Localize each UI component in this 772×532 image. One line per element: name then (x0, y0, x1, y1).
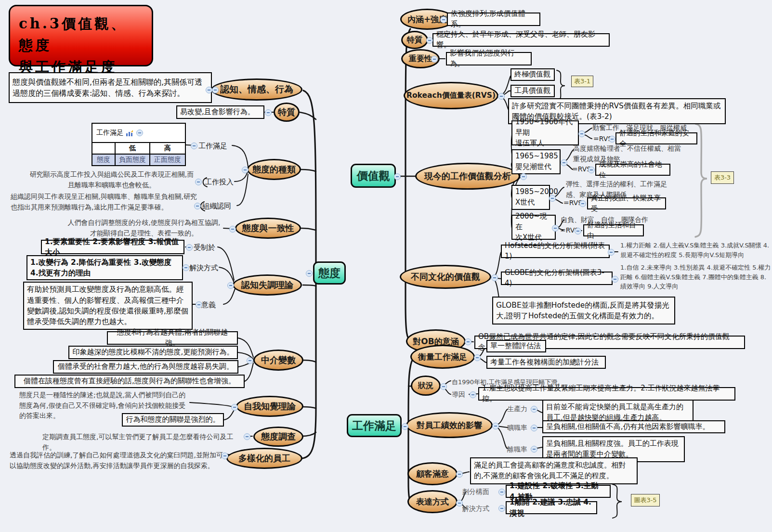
collapse-icon[interactable] (474, 354, 481, 361)
center-node-job-satisfaction[interactable]: 工作滿足 (347, 414, 402, 437)
topic-expression-methods[interactable]: 表達方式 (407, 490, 458, 513)
label-turnover[interactable]: 離職率 (507, 445, 527, 454)
mindmap-canvas: ch.3價值觀、態度 與工作滿足度 態度與價值觀雖不相同,但兩者是互相關聯的,其… (0, 0, 772, 532)
topic-self-perception[interactable]: 自我知覺理論 (236, 396, 303, 417)
collapse-icon[interactable] (531, 406, 537, 413)
collapse-icon[interactable] (136, 130, 143, 136)
label-meaning[interactable]: 意義 (201, 300, 216, 310)
job-involvement-note: 研究顯示高度工作投入與組織公民及工作表現正相關,而且離職率和曠職率也會較低。 (28, 169, 196, 190)
measure-method-2-box: 考量工作各複雜構面的加總計分法 (486, 356, 606, 369)
topic-attitude-survey[interactable]: 態度調查 (253, 427, 303, 447)
topic-rokeach-rvs[interactable]: Rokeach價值量表(RVS) (404, 82, 498, 109)
collapse-icon[interactable] (265, 109, 272, 116)
collapse-icon[interactable] (491, 274, 498, 281)
collapse-icon[interactable] (183, 264, 189, 271)
label-dimensions[interactable]: 劃分構面 (462, 488, 489, 496)
collapse-icon[interactable] (588, 167, 595, 173)
collapse-icon[interactable] (196, 301, 202, 308)
collapse-icon[interactable] (394, 173, 401, 180)
collapse-icon[interactable] (431, 56, 438, 63)
topic-values-trait[interactable]: 特質 (401, 31, 428, 49)
dissonance-solution-box: 1.改變行為 2.降低行為重要性 3.改變態度 4.找更有力的理由 (26, 255, 183, 280)
label-org-commitment[interactable]: 組織認同 (202, 202, 231, 211)
bar-chart-icon (126, 130, 133, 136)
collapse-icon[interactable] (440, 16, 447, 23)
collapse-icon[interactable] (579, 200, 586, 207)
expression-solutions-box: 1離開 2.建議 3.忠誠 4.漠視 (506, 501, 597, 514)
collapse-icon[interactable] (244, 433, 250, 440)
collapse-icon[interactable] (608, 249, 615, 256)
collapse-icon[interactable] (195, 179, 202, 185)
topic-attitude-trait[interactable]: 特質 (274, 103, 300, 122)
generation-1-period-box: 1950~1960年代早期 退伍軍人 (511, 120, 579, 145)
label-job-involvement[interactable]: 工作投入 (205, 178, 234, 187)
hofstede-box: Hofstede的文化分析架構(附表1) (501, 245, 610, 258)
collapse-icon[interactable] (456, 471, 463, 478)
label-productivity[interactable]: 生產力 (507, 405, 527, 414)
collapse-icon[interactable] (227, 282, 234, 289)
generation-3-period-box: 1985~2000 X世代 (511, 185, 550, 210)
status-cause-box: 1.雇主想以提高工作量及緊縮工期來提高生產力。2.工作狀況越來越無法掌控。 (478, 387, 735, 401)
label-constrained-by[interactable]: 受制於 (194, 243, 215, 252)
topic-current-work-values[interactable]: 現今的工作價值觀分析 (415, 163, 520, 190)
collapse-icon[interactable] (465, 338, 471, 345)
topic-measuring-satisfaction[interactable]: 衡量工作滿足 (410, 345, 475, 369)
collapse-icon[interactable] (231, 404, 238, 411)
collapse-icon[interactable] (426, 37, 433, 44)
topic-performance-effects[interactable]: 對員工績效的影響 (406, 412, 493, 438)
generation-4-rvs-box: 舒適的生活和自由 (583, 224, 644, 236)
collapse-icon[interactable] (222, 453, 228, 459)
topic-cognition-affect-behavior[interactable]: 認知、情感、行為 (211, 78, 302, 101)
globe-note-box: GLOBE並非推翻Hofstede的構面,反而是將其發揚光大,證明了Hofste… (492, 297, 675, 324)
collapse-icon[interactable] (549, 195, 556, 202)
collapse-icon[interactable] (498, 93, 505, 100)
collapse-icon[interactable] (206, 87, 212, 93)
collapse-icon[interactable] (561, 159, 567, 166)
label-causes[interactable]: 導因 (452, 390, 465, 399)
collapse-icon[interactable] (552, 225, 559, 232)
label-expression-solutions[interactable]: 解決方式 (462, 505, 489, 513)
collapse-icon[interactable] (498, 505, 505, 512)
collapse-icon[interactable] (531, 446, 537, 453)
collapse-icon[interactable] (247, 357, 253, 364)
collapse-icon[interactable] (456, 500, 463, 506)
collapse-icon[interactable] (229, 226, 236, 233)
job-satisfaction-table: 工作滿足 低 高 態度 負面態度 正面態度 (92, 123, 186, 166)
collapse-icon[interactable] (212, 87, 219, 93)
collapse-icon[interactable] (578, 130, 585, 137)
collapse-icon[interactable] (186, 244, 193, 251)
label-solution[interactable]: 解決方式 (189, 263, 218, 272)
topic-cognitive-dissonance[interactable]: 認知失調理論 (233, 274, 302, 296)
terminal-values-box: 終極價值觀 (510, 68, 555, 81)
label-job-satisfaction[interactable]: 工作滿足 (198, 142, 227, 151)
collapse-icon[interactable] (306, 270, 313, 277)
center-node-values[interactable]: 價值觀 (351, 164, 396, 188)
collapse-icon[interactable] (402, 423, 408, 430)
collapse-icon[interactable] (498, 489, 505, 495)
collapse-icon[interactable] (531, 425, 537, 431)
self-perception-strong-box: 行為和態度的關聯是強烈的。 (122, 413, 224, 427)
topic-status[interactable]: 狀況 (411, 376, 441, 396)
topic-customer-satisfaction[interactable]: 顧客滿意 (407, 462, 458, 485)
topic-diverse-employees[interactable]: 多樣化的員工 (226, 448, 302, 469)
topic-moderators[interactable]: 中介變數 (253, 350, 303, 371)
collapse-icon[interactable] (470, 391, 476, 398)
consistency-note: 人們會自行調整態度的分歧,使態度與行為相互協調,才能顯得自己是理性、表裡一致的。 (66, 218, 222, 238)
collapse-icon[interactable] (492, 423, 499, 429)
table-col-high: 高 (150, 143, 185, 155)
collapse-icon[interactable] (612, 276, 618, 283)
table-row-header: 態度 (92, 155, 116, 165)
collapse-icon[interactable] (242, 167, 249, 173)
label-absenteeism[interactable]: 曠職率 (507, 424, 527, 432)
topic-attitude-consistency[interactable]: 態度與一致性 (235, 218, 301, 239)
chapter-title-line1: ch.3價值觀、態度 (19, 13, 143, 56)
collapse-icon[interactable] (194, 203, 201, 209)
collapse-icon[interactable] (191, 143, 197, 149)
collapse-icon[interactable] (575, 228, 581, 234)
topic-cultural-values[interactable]: 不同文化的價值觀 (400, 265, 491, 289)
collapse-icon[interactable] (520, 173, 527, 180)
collapse-icon[interactable] (609, 136, 615, 143)
collapse-icon[interactable] (440, 383, 447, 390)
topic-attitude-types[interactable]: 態度的種類 (247, 159, 301, 180)
center-node-attitude[interactable]: 態度 (313, 261, 346, 285)
